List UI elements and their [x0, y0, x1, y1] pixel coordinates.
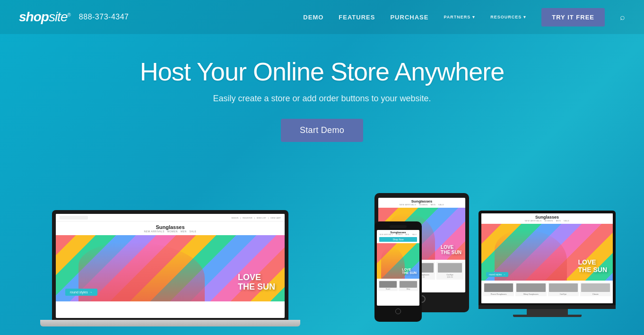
store-header: SIGN IN| REGISTER| WISH LIST| VIEW CART	[56, 214, 285, 221]
logo[interactable]: shopsite®	[19, 9, 70, 25]
logo-site: site	[49, 9, 68, 24]
phone-product-2: Wavy	[399, 280, 418, 291]
hero-section: Host Your Online Store Anywhere Easily c…	[0, 34, 644, 142]
monitor-product-img-1	[484, 283, 513, 292]
start-demo-button[interactable]: Start Demo	[281, 119, 363, 142]
arrow-icon: →	[89, 291, 93, 294]
nav-resources-dropdown[interactable]: RESOURCES ▾	[490, 15, 526, 19]
nav-purchase[interactable]: PURCHASE	[390, 14, 428, 21]
monitor-product-img-2	[516, 283, 545, 292]
store-cta-button: round styles →	[65, 289, 97, 296]
monitor-hero-image: LOVETHE SUN round styles →	[481, 224, 613, 281]
nav-demo[interactable]: DEMO	[303, 14, 323, 21]
monitor-product-2: Wavy Sunglasses	[515, 282, 546, 296]
laptop-screen: SIGN IN| REGISTER| WISH LIST| VIEW CART …	[56, 214, 285, 318]
tablet-hero-text: LOVETHE SUN	[441, 245, 461, 255]
monitor-product-3: Cat Eye	[548, 282, 579, 296]
monitor-base-top	[479, 305, 616, 309]
try-free-button[interactable]: TRY IT FREE	[541, 8, 605, 26]
nav-partners[interactable]: PARTNERS ▾	[444, 15, 475, 19]
monitor-frame: Sunglasses NEW ARRIVALSWOMENMENSALE LOVE…	[479, 211, 616, 305]
store-hero-text: LOVETHE SUN	[238, 273, 275, 292]
monitor-product-img-4	[581, 283, 610, 292]
phone-product-img-1	[379, 281, 397, 288]
monitor-product-1: Round Sunglasses	[483, 282, 514, 296]
phone-speaker	[390, 225, 407, 228]
tablet-store-title: Sunglasses NEW ARRIVALSWOMENMENSALE	[378, 198, 465, 208]
laptop-base	[40, 320, 300, 326]
store-title-text: Sunglasses	[56, 224, 285, 230]
phone-products: Round Wavy	[377, 279, 419, 292]
store-search-bar	[60, 216, 88, 220]
monitor-product-img-3	[549, 283, 578, 292]
phone-home-button-area	[377, 306, 419, 318]
phone-home-circle	[395, 309, 401, 314]
store-subnav: NEW ARRIVALS WOMEN MEN SALE	[56, 230, 285, 233]
logo-shop: shop	[19, 9, 49, 24]
nav-resources[interactable]: RESOURCES ▾	[490, 15, 526, 19]
monitor-stand-stem	[527, 309, 568, 315]
phone-product-img-2	[400, 281, 417, 288]
phone-store-title: Sunglasses NEW ARRIVALSWOMENMENSALE	[377, 230, 419, 237]
monitor-screen: Sunglasses NEW ARRIVALSWOMENMENSALE LOVE…	[481, 213, 613, 303]
logo-registered: ®	[67, 12, 70, 18]
store-hero-image: LOVETHE SUN round styles →	[56, 235, 285, 301]
monitor-stand-foot	[513, 315, 582, 317]
phone-product-1: Round	[378, 280, 398, 291]
monitor-device: Sunglasses NEW ARRIVALSWOMENMENSALE LOVE…	[479, 211, 616, 317]
phone-number: 888-373-4347	[79, 13, 129, 21]
chevron-down-icon: ▾	[472, 15, 475, 19]
phone-screen: Sunglasses NEW ARRIVALSWOMENMENSALE Shop…	[377, 230, 419, 306]
devices-showcase: SIGN IN| REGISTER| WISH LIST| VIEW CART …	[0, 156, 644, 326]
store-title-area: Sunglasses NEW ARRIVALS WOMEN MEN SALE	[56, 221, 285, 235]
search-icon[interactable]: ⌕	[620, 12, 625, 22]
laptop-device: SIGN IN| REGISTER| WISH LIST| VIEW CART …	[52, 210, 288, 326]
phone-shop-button: Shop Now	[379, 237, 417, 242]
monitor-cta-button: round styles →	[486, 272, 508, 277]
header-left: shopsite® 888-373-4347	[19, 9, 129, 25]
main-nav: DEMO FEATURES PURCHASE PARTNERS ▾ RESOUR…	[303, 8, 625, 26]
hero-title: Host Your Online Store Anywhere	[0, 57, 644, 86]
product-img-3	[438, 263, 462, 273]
monitor-product-4: Classic	[580, 282, 611, 296]
nav-partners-dropdown[interactable]: PARTNERS ▾	[444, 15, 475, 19]
site-header: shopsite® 888-373-4347 DEMO FEATURES PUR…	[0, 0, 644, 34]
laptop-screen-outer: SIGN IN| REGISTER| WISH LIST| VIEW CART …	[52, 210, 288, 320]
monitor-products: Round Sunglasses Wavy Sunglasses Cat Eye…	[481, 281, 613, 298]
chevron-down-icon: ▾	[523, 15, 526, 19]
phone-hero-image: LOVETHE SUN	[377, 243, 419, 279]
phone-device: Sunglasses NEW ARRIVALSWOMENMENSALE Shop…	[374, 221, 422, 322]
phone-hero-text: LOVETHE SUN	[402, 268, 417, 275]
store-nav-links: SIGN IN| REGISTER| WISH LIST| VIEW CART	[231, 217, 281, 219]
monitor-store-title: Sunglasses NEW ARRIVALSWOMENMENSALE	[481, 213, 613, 224]
phone-frame: Sunglasses NEW ARRIVALSWOMENMENSALE Shop…	[374, 221, 422, 322]
arrow-icon: →	[503, 273, 505, 276]
tablet-product-3: Cat Eye $39.99	[436, 262, 463, 280]
nav-features[interactable]: FEATURES	[339, 14, 375, 21]
hero-subtitle: Easily create a store or add order butto…	[0, 94, 644, 104]
monitor-hero-text: LOVETHE SUN	[578, 259, 607, 273]
